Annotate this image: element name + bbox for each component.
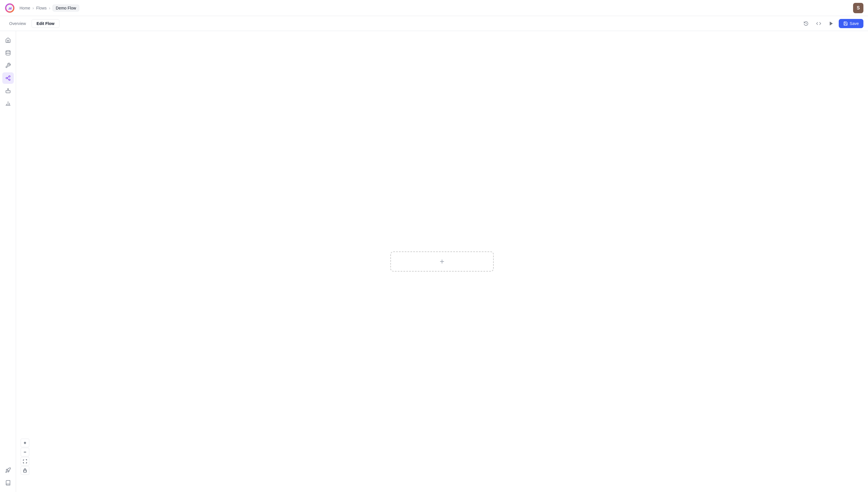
lock-icon bbox=[23, 468, 27, 472]
breadcrumb-sep-2: › bbox=[49, 6, 51, 10]
sidebar-item-deploy[interactable] bbox=[2, 464, 14, 476]
zoom-out-button[interactable] bbox=[21, 448, 29, 457]
breadcrumb: Home › Flows › Demo Flow bbox=[20, 5, 79, 11]
svg-point-11 bbox=[7, 89, 8, 90]
svg-line-8 bbox=[7, 78, 9, 79]
tab-overview[interactable]: Overview bbox=[5, 20, 30, 28]
avatar[interactable]: S bbox=[853, 3, 863, 13]
sidebar bbox=[0, 31, 16, 492]
breadcrumb-sep-1: › bbox=[32, 6, 34, 10]
run-button[interactable] bbox=[826, 18, 837, 29]
svg-text:.ai: .ai bbox=[8, 6, 11, 10]
history-button[interactable] bbox=[801, 18, 811, 29]
book-icon bbox=[5, 480, 11, 486]
zoom-in-icon bbox=[23, 441, 27, 445]
database-icon bbox=[5, 50, 11, 56]
toolbar-actions: Save bbox=[801, 18, 863, 29]
header-right: S bbox=[853, 3, 863, 13]
canvas-content: + bbox=[16, 31, 868, 492]
svg-point-4 bbox=[6, 51, 10, 52]
header-left: .ai Home › Flows › Demo Flow bbox=[5, 3, 79, 13]
sidebar-item-bot[interactable] bbox=[2, 85, 14, 96]
svg-point-6 bbox=[6, 77, 7, 79]
tools-icon bbox=[5, 63, 11, 68]
code-icon bbox=[816, 21, 821, 26]
canvas: + bbox=[16, 31, 868, 492]
code-button[interactable] bbox=[814, 18, 824, 29]
lock-button[interactable] bbox=[21, 466, 29, 475]
app-logo[interactable]: .ai bbox=[5, 3, 15, 13]
flows-icon bbox=[5, 75, 11, 81]
add-node-button[interactable]: + bbox=[390, 251, 494, 272]
save-icon bbox=[843, 21, 848, 26]
save-button[interactable]: Save bbox=[839, 19, 863, 28]
sidebar-item-analytics[interactable] bbox=[2, 98, 14, 109]
svg-point-5 bbox=[8, 76, 10, 77]
fit-icon bbox=[23, 459, 27, 463]
breadcrumb-flows[interactable]: Flows bbox=[36, 6, 47, 10]
fit-view-button[interactable] bbox=[21, 457, 29, 466]
svg-line-9 bbox=[7, 77, 9, 77]
sidebar-item-database[interactable] bbox=[2, 47, 14, 58]
sidebar-item-tools[interactable] bbox=[2, 60, 14, 71]
sidebar-item-flows[interactable] bbox=[2, 72, 14, 84]
toolbar: Overview Edit Flow bbox=[0, 16, 868, 31]
bot-icon bbox=[5, 88, 11, 94]
tab-edit-flow[interactable]: Edit Flow bbox=[31, 19, 59, 28]
breadcrumb-home[interactable]: Home bbox=[20, 6, 30, 10]
header: .ai Home › Flows › Demo Flow S bbox=[0, 0, 868, 16]
zoom-out-icon bbox=[23, 450, 27, 454]
rocket-icon bbox=[5, 467, 11, 473]
svg-point-7 bbox=[8, 79, 10, 80]
sidebar-item-docs[interactable] bbox=[2, 477, 14, 489]
toolbar-tabs: Overview Edit Flow bbox=[5, 19, 59, 28]
sidebar-item-home[interactable] bbox=[2, 34, 14, 46]
home-icon bbox=[5, 37, 11, 43]
main: + bbox=[0, 31, 868, 492]
svg-marker-3 bbox=[830, 22, 833, 26]
canvas-controls bbox=[21, 439, 29, 475]
save-label: Save bbox=[850, 21, 859, 26]
chart-icon bbox=[5, 100, 11, 106]
add-node-icon: + bbox=[440, 257, 444, 266]
svg-rect-22 bbox=[24, 470, 26, 472]
history-icon bbox=[803, 21, 809, 26]
zoom-in-button[interactable] bbox=[21, 439, 29, 447]
breadcrumb-current: Demo Flow bbox=[52, 5, 79, 11]
play-icon bbox=[829, 21, 834, 26]
svg-rect-10 bbox=[6, 91, 10, 93]
